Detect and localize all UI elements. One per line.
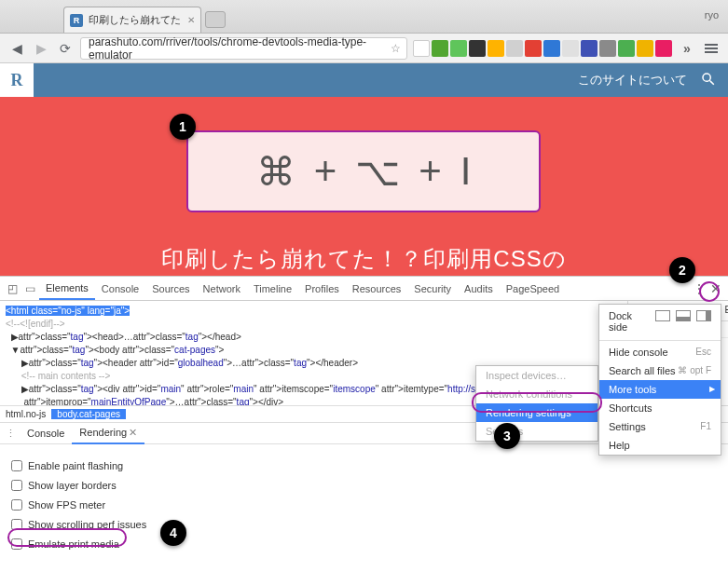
option-label: Show FPS meter [28, 499, 105, 511]
option-label: Enable paint flashing [28, 460, 123, 471]
annotation-shortcut: ⌘+⌥+I [186, 130, 541, 212]
checkbox[interactable] [11, 538, 22, 550]
dock-right-icon[interactable] [696, 310, 711, 321]
devtools-main-menu[interactable]: Dock side Hide consoleEscSearch all file… [598, 304, 721, 456]
close-icon[interactable]: ✕ [187, 15, 195, 25]
device-mode-icon[interactable]: ▭ [25, 282, 35, 295]
dom-line[interactable]: ▶attr">class="tag"><head>…attr">class="t… [6, 331, 622, 344]
reload-button[interactable]: ⟳ [56, 39, 75, 58]
checkbox[interactable] [11, 460, 22, 471]
breadcrumb-item[interactable]: body.cat-pages [51, 409, 126, 419]
ext-icon[interactable] [599, 40, 616, 57]
dock-popout-icon[interactable] [655, 310, 670, 321]
key-glyph: + [314, 149, 337, 194]
browser-toolbar: ◀ ▶ ⟳ parashuto.com/rriver/tools/chrome-… [0, 34, 728, 63]
checkbox[interactable] [11, 480, 22, 491]
new-tab-button[interactable] [205, 11, 226, 28]
extensions-overflow-button[interactable]: » [678, 39, 696, 58]
menu-item[interactable]: SettingsF1 [599, 417, 721, 436]
site-header: R このサイトについて [0, 63, 728, 97]
browser-tab[interactable]: R 印刷したら崩れてた！？印刷 ✕ [63, 7, 201, 33]
annotation-badge-4: 4 [160, 520, 186, 546]
checkbox[interactable] [11, 499, 22, 511]
checkbox[interactable] [11, 519, 22, 530]
menu-item: Network conditions [476, 385, 598, 403]
devtools-tab-elements[interactable]: Elements [39, 277, 95, 300]
annotation-badge-3: 3 [494, 423, 520, 449]
drawer-tab-rendering[interactable]: Rendering✕ [72, 423, 144, 444]
menu-item[interactable]: Hide consoleEsc [599, 343, 721, 361]
bookmark-icon[interactable]: ☆ [391, 42, 401, 55]
menu-item[interactable]: Search all files⌘ opt F [599, 361, 721, 380]
extension-icons [413, 40, 672, 57]
devtools-tab-row: ◰ ▭ ElementsConsoleSourcesNetworkTimelin… [0, 277, 728, 301]
ext-icon[interactable] [655, 40, 672, 57]
menu-item: Inspect devices… [476, 366, 598, 385]
ext-icon[interactable] [637, 40, 653, 57]
devtools-tab-profiles[interactable]: Profiles [298, 277, 346, 300]
dom-line[interactable]: <!--<![endif]--> [6, 318, 622, 331]
tab-title: 印刷したら崩れてた！？印刷 [89, 13, 182, 27]
forward-button[interactable]: ▶ [32, 39, 50, 58]
devtools-tab-timeline[interactable]: Timeline [247, 277, 298, 300]
more-tools-submenu[interactable]: Inspect devices…Network conditionsRender… [475, 365, 598, 442]
chrome-menu-button[interactable] [702, 39, 721, 58]
option-label: Emulate print media [28, 538, 119, 550]
ext-icon[interactable] [618, 40, 635, 57]
rendering-option[interactable]: Show scrolling perf issues [11, 519, 717, 530]
back-button[interactable]: ◀ [7, 39, 26, 58]
key-glyph: ⌘ [256, 149, 295, 195]
drawer-menu-icon[interactable]: ⋮ [6, 428, 16, 440]
key-glyph: + [419, 149, 442, 194]
ext-icon[interactable] [413, 40, 430, 57]
drawer-tab-console[interactable]: Console [20, 423, 72, 444]
search-icon[interactable] [700, 71, 717, 90]
devtools-tab-resources[interactable]: Resources [346, 277, 408, 300]
site-logo[interactable]: R [0, 63, 34, 97]
rendering-option[interactable]: Show layer borders [11, 480, 717, 491]
ext-icon[interactable] [432, 40, 448, 57]
ext-icon[interactable] [488, 40, 504, 57]
devtools-tab-audits[interactable]: Audits [458, 277, 500, 300]
profile-label[interactable]: ryo [705, 9, 719, 20]
rendering-drawer: Enable paint flashingShow layer bordersS… [0, 444, 728, 565]
devtools-tab-sources[interactable]: Sources [145, 277, 196, 300]
ext-icon[interactable] [525, 40, 542, 57]
favicon-icon: R [70, 14, 83, 27]
dom-line[interactable]: ▼attr">class="tag"><body attr">class="ca… [6, 344, 622, 357]
about-link[interactable]: このサイトについて [578, 72, 687, 89]
rendering-option[interactable]: Emulate print media [11, 538, 717, 550]
ext-icon[interactable] [450, 40, 467, 57]
dock-bottom-icon[interactable] [676, 310, 691, 321]
annotation-badge-2: 2 [669, 257, 695, 283]
page-title: 印刷したら崩れてた！？印刷用CSSの [161, 244, 566, 274]
devtools-tab-pagespeed[interactable]: PageSpeed [500, 277, 567, 300]
option-label: Show layer borders [28, 480, 117, 491]
devtools-tab-security[interactable]: Security [407, 277, 458, 300]
menu-item[interactable]: Shortcuts [599, 399, 721, 417]
option-label: Show scrolling perf issues [28, 519, 146, 530]
key-glyph: ⌥ [355, 149, 400, 195]
menu-item[interactable]: Help [599, 436, 721, 455]
devtools-close-button[interactable]: ✕ [707, 281, 724, 296]
menu-item[interactable]: More tools [599, 380, 721, 399]
rendering-option[interactable]: Enable paint flashing [11, 460, 717, 471]
annotation-badge-1: 1 [170, 114, 196, 140]
ext-icon[interactable] [506, 40, 523, 57]
key-glyph: I [460, 149, 472, 194]
ext-icon[interactable] [562, 40, 579, 57]
ext-icon[interactable] [543, 40, 560, 57]
menu-item[interactable]: Rendering settings [476, 403, 598, 422]
dock-side-row: Dock side [599, 305, 721, 338]
ext-icon[interactable] [581, 40, 598, 57]
address-bar[interactable]: parashuto.com/rriver/tools/chrome-devtoo… [80, 37, 407, 60]
close-icon[interactable]: ✕ [129, 427, 137, 439]
dom-line[interactable]: <html class="no-js" lang="ja"> [6, 305, 622, 318]
breadcrumb-item[interactable]: html.no-js [0, 409, 51, 419]
rendering-option[interactable]: Show FPS meter [11, 499, 717, 511]
devtools-tab-network[interactable]: Network [197, 277, 247, 300]
inspect-element-icon[interactable]: ◰ [7, 282, 18, 295]
devtools-menu-button[interactable]: ⋮ [691, 281, 707, 296]
devtools-tab-console[interactable]: Console [95, 277, 145, 300]
ext-icon[interactable] [469, 40, 486, 57]
